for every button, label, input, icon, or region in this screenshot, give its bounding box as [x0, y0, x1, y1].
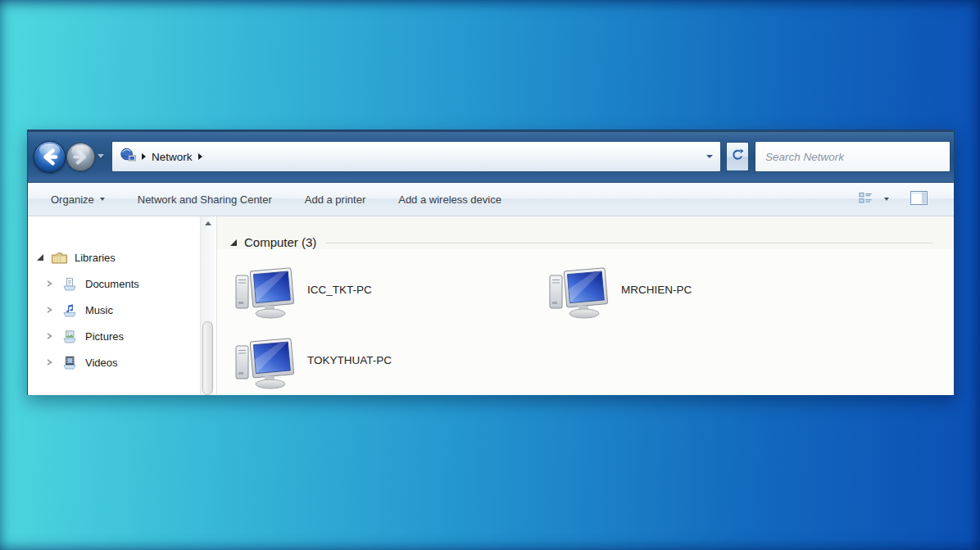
forward-button[interactable] [66, 143, 95, 171]
organize-button[interactable]: Organize [51, 193, 105, 206]
sidebar-item-pictures[interactable]: Pictures [28, 323, 216, 349]
music-icon [61, 303, 79, 317]
tree-expanded-icon[interactable] [37, 254, 43, 261]
sidebar-item-videos[interactable]: Videos [28, 349, 216, 375]
sidebar-item-label: Music [85, 304, 113, 316]
computer-item-mrchien-pc[interactable]: MRCHIEN-PC [547, 267, 692, 323]
computer-item-tokythuat-pc[interactable]: TOKYTHUAT-PC [234, 338, 392, 393]
breadcrumb-arrow-icon[interactable] [142, 153, 146, 160]
pictures-icon [61, 330, 79, 343]
group-collapse-icon[interactable] [230, 239, 237, 246]
search-box[interactable] [755, 141, 951, 172]
scroll-up-button[interactable] [201, 216, 215, 230]
documents-icon [61, 277, 79, 291]
sidebar-item-libraries[interactable]: Libraries [28, 244, 216, 270]
computer-icon [234, 267, 297, 323]
group-header-rule [326, 243, 932, 243]
computer-icon [547, 267, 611, 323]
scrollbar-thumb[interactable] [202, 321, 213, 395]
computer-name: MRCHIEN-PC [621, 284, 692, 296]
sidebar-scrollbar[interactable] [200, 216, 215, 395]
tree-collapsed-icon[interactable] [48, 333, 52, 339]
libraries-icon [51, 251, 69, 265]
navigation-pane: Libraries Documents [28, 216, 217, 395]
sidebar-item-documents[interactable]: Documents [28, 270, 216, 297]
refresh-icon [731, 148, 744, 166]
network-sharing-center-button[interactable]: Network and Sharing Center [138, 193, 272, 206]
scroll-up-icon [205, 221, 211, 225]
window-body: Libraries Documents [28, 216, 954, 395]
sidebar-item-label: Pictures [85, 330, 124, 343]
sidebar-item-label: Documents [85, 278, 139, 290]
explorer-window: Network Organize [27, 130, 955, 395]
tree-collapsed-icon[interactable] [48, 307, 52, 313]
address-bar[interactable]: Network [111, 141, 721, 172]
desktop-background: Network Organize [0, 0, 980, 550]
refresh-button[interactable] [726, 142, 749, 171]
views-icon [859, 192, 873, 207]
computer-name: ICC_TKT-PC [307, 284, 372, 296]
address-dropdown-icon[interactable] [706, 155, 713, 158]
chevron-down-icon [884, 198, 889, 201]
change-view-button[interactable] [859, 192, 889, 207]
add-printer-button[interactable]: Add a printer [305, 193, 365, 206]
recent-pages-chevron-icon[interactable] [98, 154, 104, 158]
tree-collapsed-icon[interactable] [48, 280, 52, 287]
group-header[interactable]: Computer (3) [230, 235, 932, 249]
forward-arrow-icon [67, 143, 94, 174]
preview-pane-button[interactable] [910, 191, 928, 207]
sidebar-item-label: Videos [85, 357, 118, 369]
computer-icon [234, 338, 297, 393]
sidebar-item-music[interactable]: Music [28, 297, 216, 323]
back-arrow-icon [34, 142, 65, 175]
navigation-bar: Network [28, 130, 954, 183]
organize-label: Organize [51, 193, 94, 206]
computer-name: TOKYTHUAT-PC [307, 354, 392, 366]
folder-tree: Libraries Documents [28, 216, 216, 375]
sidebar-item-label: Libraries [75, 252, 116, 264]
chevron-down-icon [100, 198, 105, 201]
network-location-icon [120, 148, 136, 166]
add-wireless-device-button[interactable]: Add a wireless device [398, 193, 501, 206]
files-pane: Computer (3) [217, 216, 954, 395]
computer-item-icc-tkt-pc[interactable]: ICC_TKT-PC [234, 267, 372, 323]
tree-collapsed-icon[interactable] [48, 359, 52, 366]
command-bar: Organize Network and Sharing Center Add … [28, 183, 954, 216]
videos-icon [61, 356, 79, 370]
group-title: Computer (3) [244, 235, 316, 249]
breadcrumb-arrow-icon[interactable] [198, 153, 202, 160]
preview-pane-icon [910, 191, 928, 207]
back-button[interactable] [34, 141, 66, 173]
search-input[interactable] [764, 150, 941, 164]
toolbar-right-group [859, 191, 954, 207]
breadcrumb-network[interactable]: Network [152, 151, 193, 163]
